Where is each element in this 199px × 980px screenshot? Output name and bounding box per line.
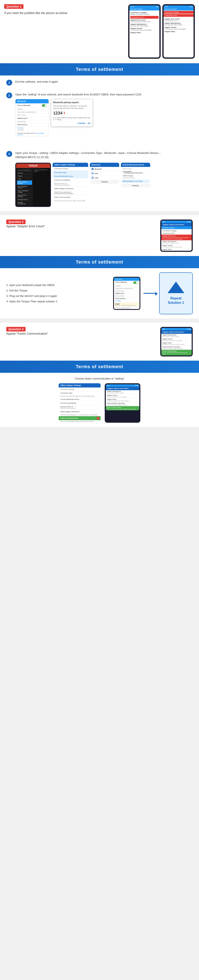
phone2-conn-adapter: Connection to adapter — [164, 11, 194, 14]
torque-menu-prefs[interactable]: General Preferences — [17, 169, 32, 172]
question3-status-bar: ●●● 12:00 — [161, 328, 192, 330]
divider2 — [0, 318, 199, 323]
torque-menu-alarms[interactable]: Manage Alarms — [17, 198, 32, 201]
step2-content: Open the "setting" of your android, and … — [15, 92, 193, 136]
faster-comm-badge: 1 — [96, 417, 100, 420]
bt-device-xiaohua[interactable]: 小米8 Pro(auto[34:80:B3:04:5E:58] — [122, 174, 149, 180]
torque-menu-dash[interactable]: Dash Installation settings — [17, 189, 32, 194]
q3-notes: Adapter NotesAdditional info about this … — [161, 342, 192, 346]
bt-option-bt[interactable]: Bluetooth — [90, 167, 119, 171]
bt-device-obdii-selected[interactable]: OBDII [AA:BB:CC:11:22:33] — [122, 180, 149, 183]
bt-toggle-row: Turn on Bluetooth — [16, 103, 49, 108]
phone2-version: Adapter Version The firmware version of … — [164, 26, 193, 30]
faster-comm-conn-type[interactable]: Connection type — [58, 391, 101, 395]
torque-menu-tagging[interactable]: Data Tagging & Upload — [17, 185, 32, 189]
bt-search-link[interactable]: Can't find the target device? See possib… — [16, 132, 49, 136]
question2-description: Appear "Adapter Error Count" — [6, 224, 156, 229]
step3-text: Open your Torque---setting---OBD2 Adapte… — [15, 151, 193, 160]
torque-main-area: Engine Management System — [33, 168, 50, 206]
obd2-choose-bt[interactable]: Choose Bluetooth Device — [52, 175, 88, 178]
faster-comm-adapter-screen: ●●● 12:00 Adapter Status Information Ada… — [105, 383, 141, 423]
bt-toggle[interactable] — [42, 104, 47, 107]
solution-steps-list: 1. open your bluetooth,unpair the OBDII.… — [6, 282, 107, 304]
solution-visibility: Visibility — [114, 285, 139, 287]
q3-mpg: Enhanced MPG CalculationWhether the OBD2… — [161, 346, 192, 350]
question2-adapter-header: Adapter Status Information — [161, 223, 192, 226]
adapter-enabled-row: Bluetooth Enabled — [130, 8, 160, 11]
obd2-settings-header: OBD2 Adapter Settings — [52, 163, 88, 167]
repeat-solution-text: RepeatSolution 1 — [168, 296, 184, 305]
question2-manufacturer: Adapter ManufacturerWho made this OBD2 a… — [161, 240, 192, 244]
solution-bt-toggle-row: Turn on Bluetooth — [114, 281, 139, 285]
faster-comm-conn-type-desc: Choose the connection type to communicat… — [58, 395, 101, 398]
torque-app-inner: TORQUE General Preferences Themes Plugin… — [16, 164, 50, 206]
solution-steps-list-wrapper: 1. open your bluetooth,unpair the OBDII.… — [6, 282, 107, 304]
step3-wrapper: 3 Open your Torque---setting---OBD2 Adap… — [6, 151, 193, 207]
step1-item: 1 Exit the software, and enter it again — [6, 80, 193, 86]
solution-step-4: 4. Open the Torque.Then repeat solution … — [6, 299, 107, 304]
tos3-banner: Terms of settlement — [0, 361, 199, 373]
pairing-cancel-btn[interactable]: CANCEL — [78, 122, 86, 124]
bt-type-cancel[interactable]: CANCEL — [90, 180, 119, 184]
torque-menu-plugins[interactable]: Plugins — [17, 175, 32, 178]
bt-device-cancel[interactable]: CANCEL — [121, 184, 150, 188]
pairing-ok-btn[interactable]: OK — [88, 122, 91, 124]
bt-settings-screen: Bluetooth Turn on Bluetooth Visibility O… — [15, 99, 49, 136]
pairing-checkbox-input[interactable] — [53, 117, 56, 120]
step2-item: 2 Open the "setting" of your android, an… — [6, 92, 193, 136]
phone2-conn-ecu: Connection to ECU — [164, 14, 194, 17]
pairing-dialog: Bluetooth pairing request PIN contains l… — [51, 99, 93, 127]
faster-comm-highlight-row[interactable]: Faster communication 1 — [58, 416, 101, 420]
tos2-banner: Terms of settlement — [0, 256, 199, 268]
torque-menu-themes[interactable]: Themes — [17, 172, 32, 175]
solution-bt-header: Bluetooth — [114, 278, 139, 281]
torque-menu-units[interactable]: Units — [17, 178, 32, 181]
pairing-dialog-pin: 1234 ℹ — [53, 111, 90, 116]
solution-obdii-device[interactable]: ⚙ OBDII — [114, 300, 139, 302]
bt-device-name-label: Device name — [16, 114, 49, 116]
bt-radio-bt[interactable] — [92, 168, 94, 170]
phone2-notes: Adapter Notes — [164, 30, 193, 32]
faster-comm-adapter-pref: OBDII Adapter preference — [58, 410, 101, 414]
faster-comm-conn-section: Connection settings — [58, 387, 101, 391]
torque-menu-obd2[interactable]: OBD2 Adapter Settings — [17, 181, 32, 185]
question3-phone-inner: ●●● 12:00 Adapter Status Information Ada… — [161, 328, 192, 355]
bt-radio-wifi[interactable] — [92, 172, 94, 175]
question1-section: Question 1 If you meet the problem like … — [0, 0, 199, 63]
bt-select-screen: Bluetooth Bluetooth WIFI USB CANCEL — [90, 163, 119, 184]
bt-option-wifi[interactable]: WIFI — [90, 171, 119, 176]
faster-comm-choose-bt[interactable]: Choose Bluetooth Device — [58, 398, 101, 401]
phone2-manufacturer: Adapter Manufacturer Who made this OBD2 … — [164, 22, 193, 25]
bt-device-obdii[interactable]: ⚙ OBDIIConnected — [16, 126, 49, 132]
solution-visual-area: Bluetooth Turn on Bluetooth Visibility O… — [113, 272, 193, 314]
question3-left: Question 3 Appear "Faster Communication" — [6, 327, 156, 336]
bt-radio-usb[interactable] — [92, 177, 94, 179]
obd2-conn-type[interactable]: Connection type — [52, 171, 88, 175]
tos1-banner: Terms of settlement — [0, 63, 199, 75]
faster-comm-adapter-header: Adapter Status Information — [106, 387, 139, 390]
divider1 — [0, 211, 199, 215]
bt-option-usb[interactable]: USB — [90, 176, 119, 180]
obd2-faster-comm[interactable]: Faster communication — [52, 196, 88, 199]
solution-bt-inner: Bluetooth Turn on Bluetooth Visibility O… — [114, 278, 139, 309]
obd2-adapter-pref: OBDII Adapter preference — [52, 187, 88, 191]
question2-section: Question 2 Appear "Adapter Error Count" … — [0, 215, 199, 256]
adapter-conn-ecu-row: Connection to ECU — [130, 16, 159, 19]
solution-arrow-head — [155, 292, 158, 296]
fc-notes: Adapter NotesAdditional info about this … — [106, 398, 139, 402]
solution-unpair-box: Unpair Remove standard bluetooth device — [114, 302, 139, 307]
obd2-adapter-pref-desc: Only if BT was already off...If you pref… — [52, 191, 88, 196]
solution-step-3: 3. Plug out the elm327 and plug in it ag… — [6, 293, 107, 299]
adapter-conn: Connection to adapter Adapter successful… — [130, 12, 159, 15]
question1-phones: 12:00 ●●● Bluetooth Enabled Connection t… — [128, 4, 195, 59]
phone2-status-bar: 12:00 ●●● — [164, 5, 194, 8]
solution-arrow-container — [144, 293, 156, 294]
solution-bt-toggle[interactable] — [133, 282, 138, 284]
torque-menu-speech[interactable]: Speech/Alarm Settings — [17, 194, 32, 198]
solution-received: Received files — [114, 295, 139, 298]
torque-layout: General Preferences Themes Plugins Units… — [16, 168, 50, 206]
fc-mpg: Enhanced MPG CalculationWhether the OBD2… — [106, 402, 139, 406]
pairing-dialog-buttons: CANCEL OK — [53, 122, 90, 124]
adapter-error: Adapter Error Count This should say 0 & … — [130, 19, 159, 22]
torque-menu-pro[interactable]: Manage xPro/Service — [17, 201, 32, 205]
